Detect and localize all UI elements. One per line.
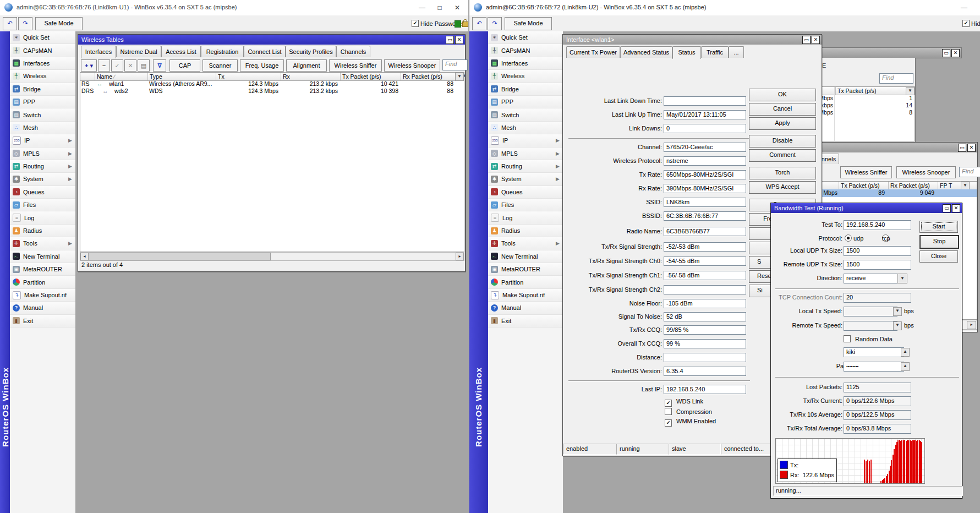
- remove-button[interactable]: −: [98, 59, 110, 72]
- scrollbar-thumb[interactable]: [88, 253, 271, 260]
- sidebar-item-tools[interactable]: ✛Tools▶: [10, 237, 75, 250]
- random-data-row[interactable]: Random Data: [844, 335, 893, 342]
- sidebar-item-log[interactable]: ≡Log: [10, 211, 75, 224]
- tab-nstreme-dual[interactable]: Nstreme Dual: [116, 46, 161, 57]
- column-rx-packet[interactable]: Rx Packet (p/s): [401, 73, 458, 80]
- horizontal-scrollbar[interactable]: ◂ ▸: [80, 252, 464, 261]
- sidebar-item-ppp[interactable]: ▤PPP: [10, 96, 75, 108]
- sidebar-item-system[interactable]: ✱System▶: [10, 173, 75, 185]
- sidebar-item-mpls[interactable]: ◇MPLS▶: [488, 148, 563, 160]
- direction-select[interactable]: receive: [844, 274, 902, 283]
- sidebar-item-files[interactable]: ▱Files: [488, 199, 563, 211]
- sidebar-item-switch[interactable]: ▤Switch: [488, 108, 563, 121]
- remote-speed-input[interactable]: [844, 321, 897, 331]
- column-name[interactable]: Name ∕: [95, 73, 150, 80]
- tab-more[interactable]: ...: [729, 46, 744, 58]
- column-type[interactable]: Type: [147, 73, 218, 80]
- field-value[interactable]: 99/85 %: [664, 325, 746, 335]
- sidebar-item-exit[interactable]: ▮Exit: [488, 315, 563, 328]
- alignment-button[interactable]: Alignment: [286, 59, 327, 72]
- sidebar-item-system[interactable]: ✱System▶: [488, 173, 563, 185]
- tab-current-tx-power[interactable]: Current Tx Power: [566, 46, 620, 58]
- scroll-left-icon[interactable]: ◂: [80, 253, 89, 260]
- field-value[interactable]: 99 %: [664, 339, 746, 348]
- column-tx-packet[interactable]: Tx Packet (p/s): [340, 73, 403, 80]
- field-value[interactable]: 192.168.5.240: [664, 385, 746, 394]
- sidebar-item-manual[interactable]: ?Manual: [488, 302, 563, 314]
- tab-interfaces[interactable]: Interfaces: [81, 46, 116, 58]
- safe-mode-button[interactable]: Safe Mode: [35, 17, 83, 30]
- user-input[interactable]: kiki: [844, 347, 904, 357]
- field-value[interactable]: [664, 353, 746, 362]
- field-value[interactable]: -54/-55 dBm: [664, 256, 746, 266]
- hide-passwords-checkbox[interactable]: ✔: [412, 20, 419, 27]
- wireless-sniffer-button[interactable]: Wireless Sniffer: [329, 59, 382, 72]
- protocol-udp-radio[interactable]: [845, 234, 852, 242]
- sidebar-item-log[interactable]: ≡Log: [488, 211, 563, 224]
- tab-security-profiles[interactable]: Security Profiles: [286, 46, 336, 57]
- sidebar-item-mesh[interactable]: ∴Mesh: [10, 122, 75, 134]
- sidebar-item-metarouter[interactable]: ▣MetaROUTER: [488, 263, 563, 276]
- scroll-right-icon[interactable]: ▸: [967, 321, 976, 329]
- sidebar-item-bridge[interactable]: ⇄Bridge: [10, 83, 75, 96]
- ok-button[interactable]: OK: [749, 89, 816, 101]
- minimize-icon[interactable]: —: [416, 3, 428, 12]
- maximize-icon[interactable]: ▭: [943, 204, 951, 212]
- bandwidth-test-titlebar[interactable]: Bandwidth Test (Running) ▭✕: [771, 203, 962, 213]
- sidebar-item-switch[interactable]: ▤Switch: [10, 108, 75, 121]
- tab-traffic[interactable]: Traffic: [701, 46, 729, 58]
- sidebar-item-ip[interactable]: 255IP▶: [488, 134, 563, 147]
- wireless-tables-titlebar[interactable]: Wireless Tables ▭✕: [78, 35, 465, 45]
- wds-link-row[interactable]: ✔ WDS Link: [665, 398, 703, 407]
- dropdown-icon[interactable]: ▼: [897, 274, 907, 283]
- sidebar-item-queues[interactable]: ◔Queues: [10, 186, 75, 199]
- sidebar-item-files[interactable]: ▱Files: [10, 199, 75, 211]
- tab-access-list[interactable]: Access List: [161, 46, 201, 57]
- random-data-checkbox[interactable]: [844, 335, 851, 342]
- sidebar-item-mesh[interactable]: ∴Mesh: [488, 122, 563, 134]
- test-to-input[interactable]: 192.168.5.240: [844, 220, 911, 230]
- sidebar-item-exit[interactable]: ▮Exit: [10, 315, 75, 328]
- column-chooser-icon[interactable]: ▼: [455, 73, 464, 81]
- sidebar-item-interfaces[interactable]: ▦Interfaces: [10, 57, 75, 70]
- find-input[interactable]: Find: [959, 167, 980, 177]
- dropdown-icon[interactable]: ▼: [893, 321, 902, 330]
- maximize-icon[interactable]: ▭: [958, 144, 966, 152]
- sidebar-item-ppp[interactable]: ▤PPP: [488, 96, 563, 108]
- local-udp-input[interactable]: 1500: [844, 246, 911, 256]
- scroll-right-icon[interactable]: ▸: [456, 253, 464, 260]
- sidebar-item-routing[interactable]: ⇄Routing▶: [10, 160, 75, 173]
- spinner-up-icon[interactable]: ▲: [901, 362, 910, 371]
- disable-button[interactable]: ✕: [124, 59, 136, 72]
- close-icon[interactable]: ✕: [951, 49, 960, 57]
- maximize-icon[interactable]: ▭: [446, 36, 454, 44]
- find-input[interactable]: Find: [442, 59, 468, 70]
- sidebar-item-capsman[interactable]: ╀CAPsMAN: [488, 44, 563, 57]
- remote-udp-input[interactable]: 1500: [844, 260, 911, 270]
- start-button[interactable]: Start: [919, 221, 958, 233]
- sidebar-item-make-supout-rif[interactable]: ↴Make Supout.rif: [488, 289, 563, 302]
- hide-passwords-checkbox[interactable]: ✔: [962, 20, 970, 27]
- maximize-icon[interactable]: ▭: [942, 49, 950, 57]
- column-tx-packet[interactable]: Tx Packet (p/s): [835, 87, 908, 95]
- freq-usage-button[interactable]: Freq. Usage: [240, 59, 284, 72]
- sidebar-item-new-terminal[interactable]: >_New Terminal: [10, 250, 75, 263]
- wps-accept-button[interactable]: WPS Accept: [749, 181, 816, 194]
- column-chooser-icon[interactable]: ▼: [906, 87, 915, 95]
- torch-button[interactable]: Torch: [749, 167, 816, 179]
- scanner-button[interactable]: Scanner: [202, 59, 238, 72]
- comment-button[interactable]: Comment: [749, 149, 816, 162]
- sidebar-item-interfaces[interactable]: ▦Interfaces: [488, 57, 563, 70]
- sidebar-item-new-terminal[interactable]: >_New Terminal: [488, 250, 563, 263]
- field-value[interactable]: 390Mbps-80MHz/2S/SGI: [664, 184, 746, 193]
- safe-mode-button[interactable]: Safe Mode: [505, 17, 552, 30]
- field-value[interactable]: 6C3B6B766B77: [664, 227, 746, 236]
- sidebar-item-capsman[interactable]: ╀CAPsMAN: [10, 44, 75, 57]
- column-flags[interactable]: [80, 73, 96, 80]
- close-icon[interactable]: ✕: [451, 3, 463, 12]
- enable-button[interactable]: ✓: [111, 59, 123, 72]
- cancel-button[interactable]: Cancel: [749, 103, 816, 116]
- tab-channels[interactable]: Channels: [336, 46, 370, 57]
- cap-button[interactable]: CAP: [169, 59, 200, 72]
- field-value[interactable]: nstreme: [664, 156, 746, 166]
